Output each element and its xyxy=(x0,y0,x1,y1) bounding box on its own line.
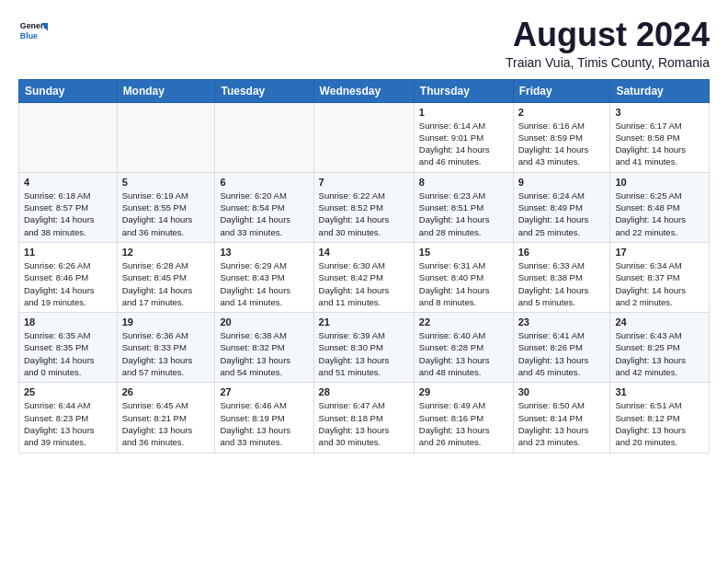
calendar-cell xyxy=(117,102,215,172)
day-number: 19 xyxy=(122,316,210,327)
calendar-cell: 3Sunrise: 6:17 AM Sunset: 8:58 PM Daylig… xyxy=(610,102,710,172)
calendar-weekday-wednesday: Wednesday xyxy=(313,79,414,102)
calendar-cell: 4Sunrise: 6:18 AM Sunset: 8:57 PM Daylig… xyxy=(19,172,118,242)
page: General Blue General Blue August 2024 Tr… xyxy=(0,0,728,466)
day-number: 7 xyxy=(319,177,409,188)
calendar-cell: 21Sunrise: 6:39 AM Sunset: 8:30 PM Dayli… xyxy=(313,313,414,383)
day-number: 3 xyxy=(615,107,704,118)
calendar-week-5: 25Sunrise: 6:44 AM Sunset: 8:23 PM Dayli… xyxy=(19,383,710,453)
calendar-cell xyxy=(215,102,313,172)
day-number: 9 xyxy=(518,177,606,188)
day-number: 2 xyxy=(518,107,606,118)
day-number: 10 xyxy=(615,177,704,188)
day-info: Sunrise: 6:49 AM Sunset: 8:16 PM Dayligh… xyxy=(419,399,508,448)
day-info: Sunrise: 6:45 AM Sunset: 8:21 PM Dayligh… xyxy=(122,399,210,448)
day-info: Sunrise: 6:23 AM Sunset: 8:51 PM Dayligh… xyxy=(419,190,508,238)
day-number: 5 xyxy=(122,177,210,188)
calendar-cell: 16Sunrise: 6:33 AM Sunset: 8:38 PM Dayli… xyxy=(513,242,610,312)
day-number: 8 xyxy=(419,177,508,188)
day-number: 23 xyxy=(518,316,606,327)
calendar-weekday-thursday: Thursday xyxy=(414,79,513,102)
day-info: Sunrise: 6:43 AM Sunset: 8:25 PM Dayligh… xyxy=(615,329,704,378)
logo-icon: General Blue xyxy=(18,17,48,46)
calendar-week-1: 1Sunrise: 6:14 AM Sunset: 9:01 PM Daylig… xyxy=(19,102,710,172)
main-title: August 2024 xyxy=(506,17,710,53)
svg-text:Blue: Blue xyxy=(20,31,38,40)
title-block: August 2024 Traian Vuia, Timis County, R… xyxy=(506,17,710,70)
calendar-cell: 5Sunrise: 6:19 AM Sunset: 8:55 PM Daylig… xyxy=(117,172,215,242)
calendar-cell: 7Sunrise: 6:22 AM Sunset: 8:52 PM Daylig… xyxy=(313,172,414,242)
day-info: Sunrise: 6:14 AM Sunset: 9:01 PM Dayligh… xyxy=(419,120,508,168)
calendar-week-3: 11Sunrise: 6:26 AM Sunset: 8:46 PM Dayli… xyxy=(19,242,710,312)
day-number: 16 xyxy=(518,247,606,258)
day-number: 24 xyxy=(615,316,704,327)
logo: General Blue General Blue xyxy=(18,17,48,46)
day-info: Sunrise: 6:30 AM Sunset: 8:42 PM Dayligh… xyxy=(319,259,409,308)
day-info: Sunrise: 6:46 AM Sunset: 8:19 PM Dayligh… xyxy=(220,399,308,448)
day-info: Sunrise: 6:41 AM Sunset: 8:26 PM Dayligh… xyxy=(518,329,606,378)
day-info: Sunrise: 6:25 AM Sunset: 8:48 PM Dayligh… xyxy=(615,190,704,238)
calendar-cell: 13Sunrise: 6:29 AM Sunset: 8:43 PM Dayli… xyxy=(215,242,313,312)
day-info: Sunrise: 6:51 AM Sunset: 8:12 PM Dayligh… xyxy=(615,399,704,448)
calendar-weekday-friday: Friday xyxy=(513,79,610,102)
calendar-cell: 25Sunrise: 6:44 AM Sunset: 8:23 PM Dayli… xyxy=(19,383,118,453)
calendar-cell: 28Sunrise: 6:47 AM Sunset: 8:18 PM Dayli… xyxy=(313,383,414,453)
calendar-cell: 9Sunrise: 6:24 AM Sunset: 8:49 PM Daylig… xyxy=(513,172,610,242)
day-number: 1 xyxy=(419,107,508,118)
calendar-cell: 29Sunrise: 6:49 AM Sunset: 8:16 PM Dayli… xyxy=(414,383,513,453)
calendar-cell: 10Sunrise: 6:25 AM Sunset: 8:48 PM Dayli… xyxy=(610,172,710,242)
day-number: 26 xyxy=(122,386,210,397)
day-number: 6 xyxy=(220,177,308,188)
day-number: 15 xyxy=(419,247,508,258)
day-number: 12 xyxy=(122,247,210,258)
calendar-cell: 8Sunrise: 6:23 AM Sunset: 8:51 PM Daylig… xyxy=(414,172,513,242)
day-number: 30 xyxy=(518,386,606,397)
day-info: Sunrise: 6:40 AM Sunset: 8:28 PM Dayligh… xyxy=(419,329,508,378)
day-info: Sunrise: 6:24 AM Sunset: 8:49 PM Dayligh… xyxy=(518,190,606,238)
calendar-cell: 12Sunrise: 6:28 AM Sunset: 8:45 PM Dayli… xyxy=(117,242,215,312)
calendar-cell xyxy=(313,102,414,172)
calendar-weekday-monday: Monday xyxy=(117,79,215,102)
calendar-cell: 27Sunrise: 6:46 AM Sunset: 8:19 PM Dayli… xyxy=(215,383,313,453)
day-number: 28 xyxy=(319,386,409,397)
day-number: 20 xyxy=(220,316,308,327)
day-info: Sunrise: 6:33 AM Sunset: 8:38 PM Dayligh… xyxy=(518,259,606,308)
day-number: 29 xyxy=(419,386,508,397)
day-number: 27 xyxy=(220,386,308,397)
calendar-cell: 31Sunrise: 6:51 AM Sunset: 8:12 PM Dayli… xyxy=(610,383,710,453)
calendar-cell: 2Sunrise: 6:16 AM Sunset: 8:59 PM Daylig… xyxy=(513,102,610,172)
calendar-cell: 15Sunrise: 6:31 AM Sunset: 8:40 PM Dayli… xyxy=(414,242,513,312)
day-info: Sunrise: 6:44 AM Sunset: 8:23 PM Dayligh… xyxy=(24,399,112,448)
calendar-header-row: SundayMondayTuesdayWednesdayThursdayFrid… xyxy=(19,79,710,102)
day-info: Sunrise: 6:39 AM Sunset: 8:30 PM Dayligh… xyxy=(319,329,409,378)
day-info: Sunrise: 6:29 AM Sunset: 8:43 PM Dayligh… xyxy=(220,259,308,308)
day-info: Sunrise: 6:19 AM Sunset: 8:55 PM Dayligh… xyxy=(122,190,210,238)
day-info: Sunrise: 6:38 AM Sunset: 8:32 PM Dayligh… xyxy=(220,329,308,378)
calendar-cell: 14Sunrise: 6:30 AM Sunset: 8:42 PM Dayli… xyxy=(313,242,414,312)
header: General Blue General Blue August 2024 Tr… xyxy=(18,17,710,70)
day-info: Sunrise: 6:17 AM Sunset: 8:58 PM Dayligh… xyxy=(615,120,704,168)
calendar-week-4: 18Sunrise: 6:35 AM Sunset: 8:35 PM Dayli… xyxy=(19,313,710,383)
calendar-cell: 18Sunrise: 6:35 AM Sunset: 8:35 PM Dayli… xyxy=(19,313,118,383)
day-info: Sunrise: 6:26 AM Sunset: 8:46 PM Dayligh… xyxy=(24,259,112,308)
calendar-weekday-tuesday: Tuesday xyxy=(215,79,313,102)
calendar-weekday-saturday: Saturday xyxy=(610,79,710,102)
calendar-cell xyxy=(19,102,118,172)
calendar-cell: 20Sunrise: 6:38 AM Sunset: 8:32 PM Dayli… xyxy=(215,313,313,383)
day-info: Sunrise: 6:28 AM Sunset: 8:45 PM Dayligh… xyxy=(122,259,210,308)
day-info: Sunrise: 6:22 AM Sunset: 8:52 PM Dayligh… xyxy=(319,190,409,238)
day-info: Sunrise: 6:50 AM Sunset: 8:14 PM Dayligh… xyxy=(518,399,606,448)
day-number: 13 xyxy=(220,247,308,258)
day-info: Sunrise: 6:31 AM Sunset: 8:40 PM Dayligh… xyxy=(419,259,508,308)
calendar-cell: 23Sunrise: 6:41 AM Sunset: 8:26 PM Dayli… xyxy=(513,313,610,383)
calendar-cell: 11Sunrise: 6:26 AM Sunset: 8:46 PM Dayli… xyxy=(19,242,118,312)
day-info: Sunrise: 6:18 AM Sunset: 8:57 PM Dayligh… xyxy=(24,190,112,238)
calendar-cell: 26Sunrise: 6:45 AM Sunset: 8:21 PM Dayli… xyxy=(117,383,215,453)
day-info: Sunrise: 6:36 AM Sunset: 8:33 PM Dayligh… xyxy=(122,329,210,378)
day-number: 4 xyxy=(24,177,112,188)
day-number: 31 xyxy=(615,386,704,397)
calendar-cell: 1Sunrise: 6:14 AM Sunset: 9:01 PM Daylig… xyxy=(414,102,513,172)
day-number: 21 xyxy=(319,316,409,327)
day-number: 18 xyxy=(24,316,112,327)
calendar-weekday-sunday: Sunday xyxy=(19,79,118,102)
